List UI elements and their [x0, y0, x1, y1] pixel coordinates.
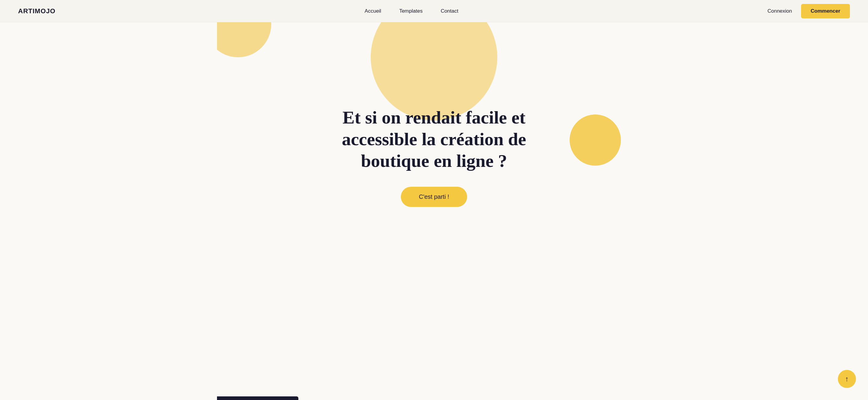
bottom-bar-decoration	[217, 396, 299, 400]
nav-link-accueil[interactable]: Accueil	[365, 8, 381, 14]
hero-content: Et si on rendait facile et accessible la…	[330, 107, 538, 207]
hero-title: Et si on rendait facile et accessible la…	[342, 107, 526, 172]
nav-links: Accueil Templates Contact	[365, 8, 458, 14]
circle-mid-right-decoration	[569, 114, 621, 166]
hero-section: Et si on rendait facile et accessible la…	[217, 0, 651, 400]
nav-link-contact[interactable]: Contact	[441, 8, 458, 14]
hero-cta-button[interactable]: C'est parti !	[401, 187, 467, 207]
nav-link-templates[interactable]: Templates	[399, 8, 423, 14]
navbar: ARTIMOJO Accueil Templates Contact Conne…	[217, 0, 651, 22]
